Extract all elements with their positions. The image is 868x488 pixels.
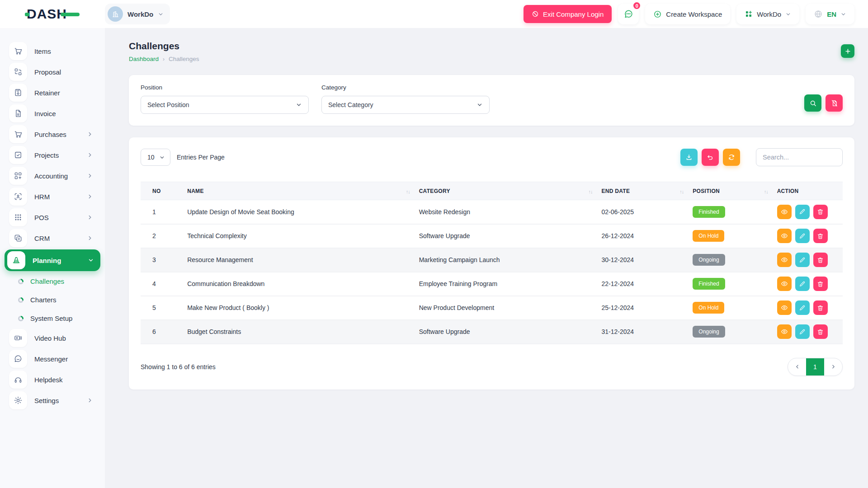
headphones-icon — [9, 371, 27, 389]
position-select[interactable]: Select Position — [141, 96, 309, 114]
workdo-menu-button[interactable]: WorkDo — [736, 4, 799, 24]
cell-name: Technical Complexity — [183, 224, 414, 248]
delete-button[interactable] — [813, 300, 828, 315]
view-button[interactable] — [777, 229, 792, 243]
prohibit-icon — [532, 10, 539, 18]
refresh-icon — [728, 154, 735, 161]
clear-filter-button[interactable] — [826, 94, 843, 112]
sidebar-item-helpdesk[interactable]: Helpdesk — [8, 369, 97, 390]
progress-ring-icon — [18, 316, 24, 321]
view-button[interactable] — [777, 277, 792, 291]
chat-bubble-icon — [9, 350, 27, 368]
sidebar-item-purchases[interactable]: Purchases — [8, 124, 97, 145]
view-button[interactable] — [777, 300, 792, 315]
exit-company-login-button[interactable]: Exit Company Login — [524, 5, 612, 23]
view-button[interactable] — [777, 324, 792, 339]
breadcrumb-dashboard-link[interactable]: Dashboard — [129, 56, 159, 62]
sidebar-item-hrm[interactable]: HRM — [8, 186, 97, 207]
workspace-name: WorkDo — [127, 10, 153, 18]
shuffle-squares-icon — [9, 63, 27, 81]
sidebar-item-invoice[interactable]: Invoice — [8, 103, 97, 124]
sidebar-item-retainer[interactable]: Retainer — [8, 82, 97, 103]
sidebar-item-video-hub[interactable]: Video Hub — [8, 328, 97, 348]
undo-arrow-icon — [707, 154, 714, 161]
messages-button[interactable]: 0 — [618, 4, 639, 24]
status-badge: Finished — [693, 278, 725, 290]
sidebar-subitem-charters[interactable]: Charters — [8, 291, 97, 309]
progress-ring-icon — [18, 279, 24, 284]
trash-icon — [817, 328, 824, 335]
view-button[interactable] — [777, 253, 792, 267]
delete-button[interactable] — [813, 205, 828, 219]
pencil-icon — [799, 305, 806, 311]
language-selector[interactable]: EN — [806, 4, 854, 24]
eye-icon — [781, 208, 788, 216]
sort-icon[interactable]: ↑↓ — [588, 189, 592, 194]
sidebar-subitem-system-setup[interactable]: System Setup — [8, 309, 97, 328]
delete-button[interactable] — [813, 229, 828, 243]
challenges-table-panel: 10 Entries Per Page — [129, 137, 854, 389]
sidebar-item-messenger[interactable]: Messenger — [8, 348, 97, 369]
delete-button[interactable] — [813, 277, 828, 291]
breadcrumb-separator-icon: › — [163, 56, 165, 62]
sort-icon[interactable]: ↑↓ — [764, 189, 768, 194]
table-header-row: NO NAME↑↓ CATEGORY↑↓ END DATE↑↓ POSITION… — [141, 182, 843, 200]
view-button[interactable] — [777, 205, 792, 219]
sidebar-subitem-challenges[interactable]: Challenges — [8, 272, 97, 291]
refresh-button[interactable] — [723, 149, 740, 166]
chevron-right-icon — [87, 131, 93, 137]
undo-button[interactable] — [702, 149, 719, 166]
sidebar-item-settings[interactable]: Settings — [8, 390, 97, 411]
add-challenge-button[interactable] — [841, 44, 854, 58]
trash-icon — [817, 257, 824, 263]
workspace-switcher[interactable]: WorkDo — [105, 4, 170, 24]
main-content: Challenges Dashboard › Challenges Positi… — [105, 28, 868, 488]
sort-icon[interactable]: ↑↓ — [679, 189, 684, 194]
entries-per-page-select[interactable]: 10 — [141, 149, 170, 166]
sidebar-item-projects[interactable]: Projects — [8, 145, 97, 165]
create-workspace-button[interactable]: Create Workspace — [645, 4, 730, 24]
export-button[interactable] — [680, 149, 698, 166]
page-number-button[interactable]: 1 — [806, 358, 824, 375]
chevron-right-icon — [87, 152, 93, 158]
sidebar-item-planning[interactable]: Planning — [5, 249, 100, 271]
trash-icon — [817, 208, 824, 215]
sidebar-item-crm[interactable]: CRM — [8, 228, 97, 249]
column-header-end-date: END DATE↑↓ — [597, 182, 688, 200]
delete-button[interactable] — [813, 253, 828, 267]
video-camera-icon — [9, 329, 27, 347]
category-select[interactable]: Select Category — [321, 96, 490, 114]
cell-end-date: 25-12-2024 — [597, 296, 688, 320]
table-row: 6 Budget Constraints Software Upgrade 31… — [141, 320, 843, 344]
apply-filter-button[interactable] — [804, 94, 821, 112]
table-search-input[interactable] — [756, 148, 843, 166]
cell-category: Software Upgrade — [415, 320, 597, 344]
sidebar-item-items[interactable]: Items — [8, 41, 97, 61]
search-icon — [809, 99, 817, 107]
trash-icon — [817, 305, 824, 311]
edit-button[interactable] — [795, 300, 810, 315]
workspace-avatar — [108, 6, 123, 22]
check-square-icon — [9, 146, 27, 164]
cell-no: 3 — [141, 248, 183, 272]
next-page-button[interactable] — [824, 358, 842, 375]
sidebar-item-pos[interactable]: POS — [8, 207, 97, 228]
previous-page-button[interactable] — [788, 358, 806, 375]
edit-button[interactable] — [795, 229, 810, 243]
sidebar-item-accounting[interactable]: Accounting — [8, 165, 97, 186]
sort-icon[interactable]: ↑↓ — [406, 189, 410, 194]
edit-button[interactable] — [795, 253, 810, 267]
gear-icon — [9, 391, 27, 409]
table-row: 3 Resource Management Marketing Campaign… — [141, 248, 843, 272]
edit-button[interactable] — [795, 324, 810, 339]
cell-no: 4 — [141, 272, 183, 296]
status-badge: On Hold — [693, 230, 724, 242]
brand-logo[interactable]: DASH — [25, 6, 80, 22]
delete-button[interactable] — [813, 324, 828, 339]
chevron-down-icon — [785, 11, 791, 17]
sidebar-item-proposal[interactable]: Proposal — [8, 61, 97, 82]
column-header-position: POSITION↑↓ — [688, 182, 772, 200]
edit-button[interactable] — [795, 277, 810, 291]
edit-button[interactable] — [795, 205, 810, 219]
chevron-down-icon — [88, 257, 94, 263]
